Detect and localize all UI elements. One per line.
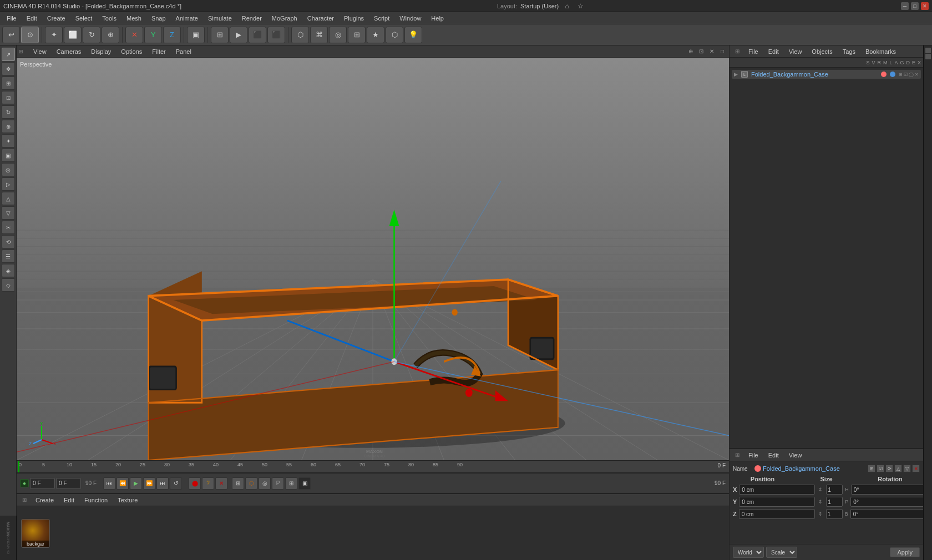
tool-down[interactable]: ▽ — [2, 206, 15, 220]
undo-btn[interactable]: ↩ — [2, 27, 20, 43]
vp-settings-icon[interactable]: ✕ — [707, 47, 716, 56]
attr-icon-3[interactable]: ⟳ — [885, 465, 893, 472]
vp-menu-panel[interactable]: Panel — [171, 47, 196, 56]
home-icon[interactable]: ⌂ — [562, 1, 572, 11]
menu-select[interactable]: Select — [71, 14, 97, 23]
tl-circle-btn[interactable]: ◎ — [259, 477, 271, 490]
move-tool-btn[interactable]: ✦ — [45, 27, 63, 43]
tool-move[interactable]: ✥ — [2, 62, 15, 75]
mat-texture[interactable]: Texture — [113, 496, 142, 505]
position-y-input[interactable] — [739, 497, 815, 507]
minimize-button[interactable]: ─ — [901, 2, 909, 10]
tool-add[interactable]: ⊕ — [2, 120, 15, 133]
attr-icon-4[interactable]: △ — [894, 465, 902, 472]
rotate-tool-btn[interactable]: ↻ — [83, 27, 100, 43]
keyframe-remove-btn[interactable]: ✕ — [215, 477, 227, 490]
tool-cut[interactable]: ✂ — [2, 221, 15, 234]
cube-tool-btn[interactable]: ⬜ — [64, 27, 82, 43]
menu-snap[interactable]: Snap — [147, 14, 170, 23]
current-frame-input[interactable] — [30, 478, 55, 489]
stepper-y[interactable]: ⇕ — [817, 499, 824, 505]
vp-menu-cameras[interactable]: Cameras — [52, 47, 86, 56]
attr-icon-2[interactable]: ☑ — [877, 465, 884, 472]
menu-mesh[interactable]: Mesh — [122, 14, 146, 23]
tool-grid[interactable]: ⊞ — [2, 77, 15, 90]
tl-grid-btn[interactable]: ⊞ — [285, 477, 297, 490]
menu-create[interactable]: Create — [43, 14, 70, 23]
frame-offset-input[interactable] — [56, 478, 81, 489]
mat-function[interactable]: Function — [80, 496, 112, 505]
close-button[interactable]: ✕ — [921, 2, 929, 10]
material-backgar[interactable]: backgar — [21, 519, 50, 548]
bulb-btn[interactable]: 💡 — [404, 27, 422, 43]
vp-fullscreen-icon[interactable]: □ — [718, 47, 727, 56]
menu-script[interactable]: Script — [369, 14, 394, 23]
add-tool-btn[interactable]: ⊕ — [102, 27, 119, 43]
object-btn[interactable]: ▣ — [187, 27, 205, 43]
size-x-input[interactable] — [826, 485, 843, 495]
tl-p-btn[interactable]: P — [272, 477, 284, 490]
light-btn[interactable]: ★ — [367, 27, 384, 43]
polygon-btn[interactable]: ⬡ — [291, 27, 309, 43]
render-all-btn[interactable]: ⬛ — [267, 27, 285, 43]
maximize-button[interactable]: □ — [911, 2, 919, 10]
vp-menu-filter[interactable]: Filter — [148, 47, 170, 56]
tl-orange-btn[interactable]: ⬡ — [245, 477, 257, 490]
tool-undo[interactable]: ⟲ — [2, 235, 15, 248]
play-btn[interactable]: ▶ — [130, 477, 142, 490]
attr-menu-file[interactable]: File — [744, 451, 763, 460]
render-active-btn[interactable]: ⬛ — [249, 27, 266, 43]
menu-tools[interactable]: Tools — [98, 14, 121, 23]
vp-expand-icon[interactable]: ⊕ — [686, 47, 695, 56]
stepper-x[interactable]: ⇕ — [817, 487, 824, 492]
goto-end-btn[interactable]: ⏭ — [156, 477, 169, 490]
toolbar-select-btn[interactable]: ⊙ — [21, 27, 39, 43]
rotation-b-input[interactable] — [850, 509, 926, 519]
attr-menu-edit[interactable]: Edit — [764, 451, 783, 460]
menu-window[interactable]: Window — [395, 14, 426, 23]
viewport-canvas[interactable]: Perspective — [17, 58, 729, 460]
obj-menu-tags[interactable]: Tags — [838, 47, 860, 56]
tool-lines[interactable]: ☰ — [2, 250, 15, 263]
attr-icon-5[interactable]: ▽ — [903, 465, 911, 472]
tool-circle[interactable]: ◎ — [2, 163, 15, 176]
mat-edit[interactable]: Edit — [59, 496, 79, 505]
obj-menu-bookmarks[interactable]: Bookmarks — [861, 47, 900, 56]
attr-icon-x[interactable]: ✕ — [912, 465, 920, 472]
tool-play[interactable]: ▷ — [2, 177, 15, 191]
obj-menu-file[interactable]: File — [744, 47, 763, 56]
keyframe-red-btn[interactable]: ⬤ — [189, 477, 201, 490]
menu-help[interactable]: Help — [427, 14, 448, 23]
attr-menu-view[interactable]: View — [784, 451, 807, 460]
tool-rotate[interactable]: ↻ — [2, 105, 15, 119]
bookmark-icon[interactable]: ☆ — [575, 1, 585, 11]
step-back-btn[interactable]: ⏪ — [116, 477, 129, 490]
z-btn[interactable]: Z — [163, 27, 181, 43]
tl-square-btn[interactable]: ⊞ — [232, 477, 244, 490]
vp-menu-view[interactable]: View — [29, 47, 51, 56]
vp-menu-options[interactable]: Options — [116, 47, 146, 56]
obj-menu-view[interactable]: View — [784, 47, 807, 56]
render-region-btn[interactable]: ⊞ — [211, 27, 229, 43]
vp-menu-display[interactable]: Display — [87, 47, 115, 56]
generator-btn[interactable]: ⊞ — [348, 27, 366, 43]
render-to-po-btn[interactable]: ▶ — [230, 27, 247, 43]
object-row-folded[interactable]: ▶ L Folded_Backgammon_Case ⊞ ☑ ◯ ✕ — [732, 70, 921, 79]
position-x-input[interactable] — [739, 485, 815, 495]
camera-btn[interactable]: ⬡ — [386, 27, 403, 43]
size-y-input[interactable] — [826, 497, 843, 507]
tool-up[interactable]: △ — [2, 192, 15, 205]
step-forward-btn[interactable]: ⏩ — [143, 477, 155, 490]
strip-btn-2[interactable] — [925, 54, 931, 59]
tool-square[interactable]: ▣ — [2, 149, 15, 162]
rotation-p-input[interactable] — [850, 497, 926, 507]
scale-dropdown[interactable]: Scale Size — [766, 547, 797, 558]
strip-btn-1[interactable] — [925, 48, 931, 53]
deform-btn[interactable]: ◎ — [329, 27, 347, 43]
tl-dark-btn[interactable]: ▣ — [298, 477, 311, 490]
tool-select[interactable]: ↗ — [2, 48, 15, 61]
size-z-input[interactable] — [826, 509, 843, 519]
x-btn[interactable]: ✕ — [125, 27, 143, 43]
vp-lock-icon[interactable]: ⊡ — [697, 47, 706, 56]
menu-mograph[interactable]: MoGraph — [267, 14, 302, 23]
